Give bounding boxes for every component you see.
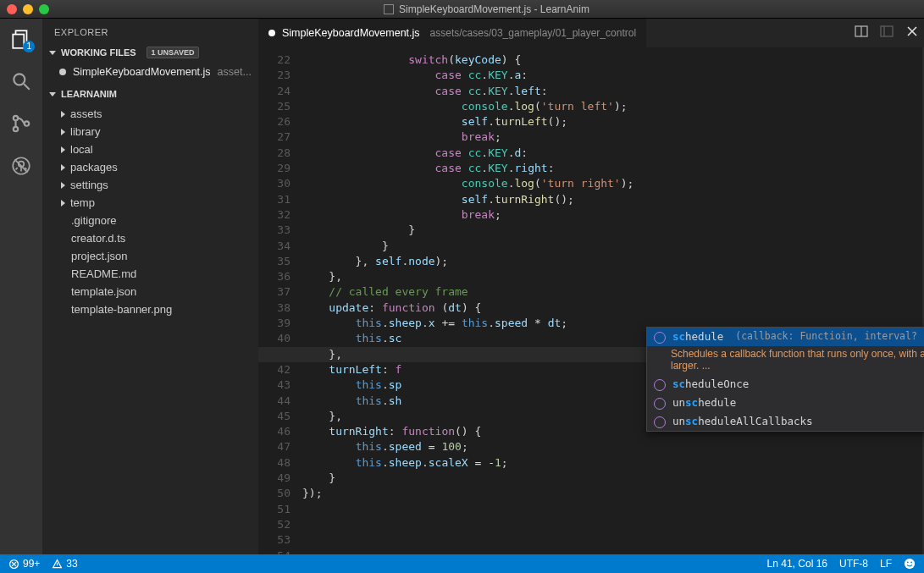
working-file-name: SimpleKeyboardMovement.js	[73, 66, 211, 78]
svg-rect-15	[881, 26, 893, 36]
tab-filename: SimpleKeyboardMovement.js	[282, 27, 420, 39]
window-title: SimpleKeyboardMovement.js - LearnAnim	[399, 3, 589, 15]
folder-item[interactable]: local	[49, 140, 258, 158]
explorer-badge: 1	[23, 41, 35, 52]
chevron-right-icon	[61, 182, 65, 189]
suggest-item[interactable]: scheduleOnce	[647, 375, 924, 394]
chevron-right-icon	[61, 164, 65, 171]
file-item[interactable]: template.json	[49, 283, 258, 300]
editor-tab[interactable]: SimpleKeyboardMovement.js assets/cases/0…	[258, 19, 646, 47]
suggest-doc: Schedules a callback function that runs …	[647, 346, 924, 375]
debug-icon[interactable]	[9, 154, 33, 178]
folder-item[interactable]: assets	[49, 105, 258, 123]
suggest-item[interactable]: unschedule	[647, 394, 924, 412]
method-icon	[654, 379, 666, 391]
file-item[interactable]: creator.d.ts	[49, 229, 258, 247]
status-feedback-icon[interactable]	[904, 558, 916, 570]
status-eol[interactable]: LF	[880, 558, 892, 570]
file-item[interactable]: README.md	[49, 265, 258, 283]
svg-point-25	[910, 561, 912, 563]
suggest-item[interactable]: unscheduleAllCallbacks	[647, 412, 924, 431]
search-icon[interactable]	[9, 69, 33, 93]
minimize-window-icon[interactable]	[23, 4, 33, 14]
chevron-right-icon	[61, 111, 65, 118]
file-item[interactable]: .gitignore	[49, 212, 258, 229]
svg-line-11	[16, 168, 18, 169]
modified-dot-icon	[268, 30, 275, 36]
svg-point-23	[905, 559, 915, 569]
explorer-icon[interactable]: 1	[9, 27, 33, 51]
code-lines[interactable]: switch(keyCode) { case cc.KEY.a: case cc…	[302, 47, 924, 554]
split-editor-icon[interactable]	[855, 25, 868, 41]
suggest-item[interactable]: schedule(callback: Functioin, interval? …	[647, 328, 924, 346]
file-item[interactable]: template-banner.png	[49, 300, 258, 318]
working-files-header[interactable]: WORKING FILES 1 UNSAVED	[42, 42, 258, 63]
status-cursor-position[interactable]: Ln 41, Col 16	[767, 558, 827, 570]
editor-tabbar: SimpleKeyboardMovement.js assets/cases/0…	[258, 19, 924, 47]
svg-rect-1	[13, 35, 24, 48]
folder-item[interactable]: temp	[49, 194, 258, 212]
tab-path: assets/cases/03_gameplay/01_player_contr…	[430, 27, 636, 39]
folder-item[interactable]: settings	[49, 176, 258, 194]
more-actions-icon[interactable]	[880, 25, 894, 41]
svg-point-4	[14, 116, 18, 120]
sidebar-title: EXPLORER	[42, 19, 258, 42]
method-icon	[654, 332, 666, 344]
folder-item[interactable]: packages	[49, 158, 258, 176]
chevron-down-icon	[49, 92, 56, 96]
file-icon	[384, 4, 394, 14]
working-file-path-hint: asset...	[218, 66, 252, 78]
chevron-right-icon	[61, 129, 65, 135]
chevron-down-icon	[49, 51, 56, 55]
method-icon	[654, 416, 666, 428]
svg-line-3	[24, 84, 30, 90]
status-errors[interactable]: 99+	[8, 558, 40, 570]
unsaved-badge: 1 UNSAVED	[147, 47, 200, 58]
intellisense-popup[interactable]: schedule(callback: Functioin, interval? …	[646, 327, 924, 432]
close-window-icon[interactable]	[7, 4, 17, 14]
line-number-gutter: 2223242526272829303132333435363738394041…	[258, 47, 302, 554]
editor-area: SimpleKeyboardMovement.js assets/cases/0…	[258, 19, 924, 554]
folder-item[interactable]: library	[49, 123, 258, 140]
file-item[interactable]: project.json	[49, 247, 258, 265]
svg-point-2	[14, 74, 25, 85]
modified-dot-icon	[59, 69, 66, 75]
activity-bar: 1	[0, 19, 42, 554]
svg-point-24	[907, 561, 909, 563]
working-file-item[interactable]: SimpleKeyboardMovement.js asset...	[42, 63, 258, 85]
close-tab-icon[interactable]	[905, 25, 919, 41]
zoom-window-icon[interactable]	[39, 4, 49, 14]
status-bar: 99+ 33 Ln 41, Col 16 UTF-8 LF	[0, 554, 924, 573]
code-editor[interactable]: 2223242526272829303132333435363738394041…	[258, 47, 924, 554]
window-titlebar: SimpleKeyboardMovement.js - LearnAnim	[0, 0, 924, 19]
status-warnings[interactable]: 33	[52, 558, 77, 570]
sidebar-explorer: EXPLORER WORKING FILES 1 UNSAVED SimpleK…	[42, 19, 258, 554]
status-encoding[interactable]: UTF-8	[839, 558, 868, 570]
git-icon[interactable]	[9, 112, 33, 135]
file-tree: assetslibrarylocalpackagessettingstemp.g…	[42, 103, 258, 318]
svg-point-5	[14, 127, 18, 131]
chevron-right-icon	[61, 200, 65, 207]
chevron-right-icon	[61, 146, 65, 153]
svg-point-6	[25, 121, 29, 125]
method-icon	[654, 398, 666, 410]
project-header[interactable]: LEARNANIM	[42, 85, 258, 103]
